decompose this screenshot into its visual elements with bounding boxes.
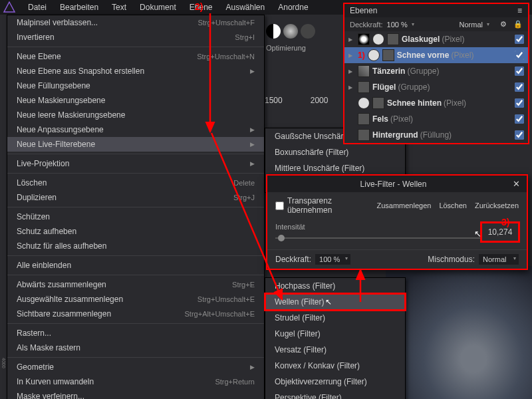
submenu-item[interactable]: Konvex / Konkav (Filter)	[265, 358, 405, 374]
layer-name: Fels (Pixel)	[372, 114, 512, 124]
menu-anordnen[interactable]: Anordne	[271, 0, 315, 15]
menu-item[interactable]: Malpinsel verblassen...Strg+Umschalt+F	[7, 15, 264, 30]
menu-auswaehlen[interactable]: Auswählen	[219, 0, 271, 15]
menu-item[interactable]: Neue leere Maskierungsebene	[7, 108, 264, 122]
submenu-item[interactable]: Objektivverzerrung (Filter)	[265, 374, 405, 390]
menu-item[interactable]: DuplizierenStrg+J	[7, 190, 264, 205]
merge-button[interactable]: Zusammenlegen	[376, 201, 431, 209]
delete-button[interactable]: Löschen	[439, 201, 467, 209]
submenu-arrow-icon: ▶	[250, 362, 255, 372]
menu-item[interactable]: Neue EbeneStrg+Umschalt+N	[7, 49, 264, 64]
opacity-value[interactable]: 100 %	[387, 21, 408, 29]
menu-text[interactable]: Text	[105, 0, 133, 15]
submenu-item[interactable]: Wellen (Filter)↖	[265, 294, 405, 310]
reset-button[interactable]: Zurücksetzen	[475, 201, 519, 209]
optimization-label: Optimierung	[266, 44, 306, 52]
layer-row[interactable]: ▶Flügel (Gruppe)	[344, 79, 528, 95]
gear-icon[interactable]: ⚙	[500, 20, 507, 29]
lock-icon[interactable]: 🔒	[513, 20, 523, 29]
panel-menu-icon[interactable]: ≡	[517, 6, 523, 15]
menu-item[interactable]: Schützen	[7, 209, 264, 224]
blend-mode-label: Mischmodus:	[428, 255, 475, 264]
dialog-blend-select[interactable]: Normal	[479, 254, 519, 265]
submenu-item[interactable]: Hochpass (Filter)	[265, 278, 405, 294]
layer-row[interactable]: ▶1)Schnee vorne (Pixel)	[344, 47, 528, 63]
menu-datei[interactable]: Datei	[21, 0, 53, 15]
tone-icon-2[interactable]	[283, 24, 298, 39]
optimization-toolbar	[266, 24, 315, 39]
submenu-item[interactable]: Versatz (Filter)	[265, 342, 405, 358]
menu-bearbeiten[interactable]: Bearbeiten	[53, 0, 105, 15]
submenu-item[interactable]: Kugel (Filter)	[265, 326, 405, 342]
menu-item[interactable]: Sichtbare zusammenlegenStrg+Alt+Umschalt…	[7, 307, 264, 321]
intensity-slider[interactable]	[275, 237, 481, 239]
layer-row[interactable]: ▶Tänzerin (Gruppe)	[344, 63, 528, 79]
dropdown-icon[interactable]: ▾	[487, 21, 489, 27]
menu-item[interactable]: Rastern...	[7, 326, 264, 340]
visibility-checkbox[interactable]	[515, 130, 524, 140]
layer-thumb-icon	[382, 49, 394, 61]
mask-thumb-icon	[368, 49, 380, 61]
menu-item[interactable]: LöschenDelete	[7, 176, 264, 190]
layer-thumb-icon	[358, 81, 370, 93]
expand-arrow-icon[interactable]: ▶	[348, 68, 355, 74]
menu-item[interactable]: Neue Live-Filterebene▶	[7, 137, 264, 152]
layer-row[interactable]: Schnee hinten (Pixel)	[344, 95, 528, 111]
menu-item[interactable]: Geometrie▶	[7, 360, 264, 374]
menu-item[interactable]: Schutz aufheben	[7, 224, 264, 239]
expand-arrow-icon[interactable]: ▶	[348, 53, 355, 59]
submenu-item[interactable]: Boxunschärfe (Filter)	[265, 144, 405, 160]
cursor-icon: ↖	[474, 229, 481, 239]
visibility-checkbox[interactable]	[515, 35, 524, 44]
expand-arrow-icon[interactable]: ▶	[348, 84, 355, 90]
menu-item[interactable]: Neue Anpassungsebene▶	[7, 122, 264, 137]
submenu-item[interactable]: Strudel (Filter)	[265, 310, 405, 326]
dialog-opacity-label: Deckkraft:	[275, 255, 311, 264]
layer-thumb-icon	[358, 129, 370, 141]
visibility-checkbox[interactable]	[515, 114, 524, 124]
submenu-item[interactable]: Perspektive (Filter)	[265, 390, 405, 399]
live-filter-dialog: Live-Filter - Wellen ✕ Transparenz übern…	[266, 174, 528, 270]
menu-item[interactable]: In Kurven umwandelnStrg+Return	[7, 374, 264, 389]
tone-icon-3[interactable]	[301, 24, 315, 39]
layer-name: Schnee hinten (Pixel)	[387, 98, 512, 108]
mask-thumb-icon	[372, 33, 384, 45]
tone-icon[interactable]	[266, 24, 281, 39]
expand-arrow-icon[interactable]: ▶	[348, 37, 355, 43]
layer-menu-dropdown: Malpinsel verblassen...Strg+Umschalt+FIn…	[7, 15, 265, 399]
menu-item[interactable]: Neue Füllungsebene	[7, 78, 264, 93]
blend-mode-select[interactable]: Normal	[460, 21, 483, 29]
dialog-opacity-select[interactable]: 100 %	[315, 254, 350, 265]
layer-row[interactable]: Hintergrund (Füllung)	[344, 127, 528, 143]
layer-name: Glaskugel (Pixel)	[402, 35, 512, 44]
layer-name: Tänzerin (Gruppe)	[372, 66, 512, 76]
submenu-arrow-icon: ▶	[250, 139, 255, 150]
menu-item[interactable]: Neue Ebene aus Snapshot erstellen▶	[7, 64, 264, 78]
menu-item[interactable]: Live-Projektion▶	[7, 156, 264, 171]
ruler-mark: 4000	[1, 358, 6, 368]
fx-thumb-icon	[358, 33, 370, 45]
visibility-checkbox[interactable]	[515, 51, 524, 60]
intensity-value[interactable]: ↖ 10,274	[480, 221, 520, 243]
menu-dokument[interactable]: Dokument	[133, 0, 183, 15]
close-icon[interactable]: ✕	[513, 179, 520, 189]
layer-thumb-icon	[358, 113, 370, 125]
menu-item[interactable]: InvertierenStrg+I	[7, 30, 264, 45]
menu-item[interactable]: Alle einblenden	[7, 258, 264, 273]
annotation-step-1: 1)	[358, 51, 365, 60]
menu-item[interactable]: Schutz für alles aufheben	[7, 239, 264, 253]
menu-item[interactable]: Als Maske rastern	[7, 340, 264, 355]
layer-thumb-icon	[358, 65, 370, 77]
layer-name: Schnee vorne (Pixel)	[397, 51, 512, 60]
visibility-checkbox[interactable]	[515, 66, 524, 76]
menu-item[interactable]: Neue Maskierungsebene	[7, 93, 264, 108]
transparency-checkbox[interactable]: Transparenz übernehmen	[275, 196, 368, 215]
submenu-arrow-icon: ▶	[250, 66, 255, 76]
layer-row[interactable]: Fels (Pixel)	[344, 111, 528, 127]
menu-item: Ausgewählte zusammenlegenStrg+Umschalt+E	[7, 292, 264, 307]
layer-row[interactable]: ▶Glaskugel (Pixel)	[344, 31, 528, 47]
visibility-checkbox[interactable]	[515, 82, 524, 92]
visibility-checkbox[interactable]	[515, 98, 524, 108]
dropdown-icon[interactable]: ▾	[412, 21, 414, 27]
slider-thumb[interactable]	[278, 235, 285, 241]
